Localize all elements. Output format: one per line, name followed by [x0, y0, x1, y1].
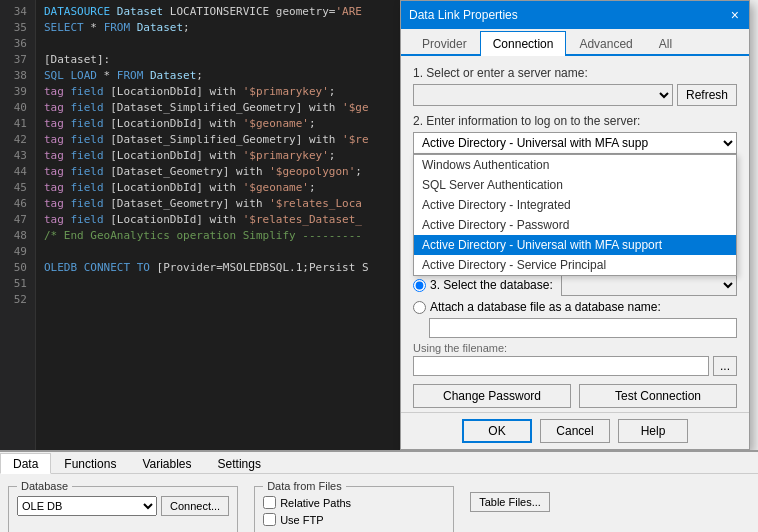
- dialog-footer: OK Cancel Help: [401, 412, 749, 449]
- attach-db-name-input[interactable]: [429, 318, 737, 338]
- relative-paths-row: Relative Paths: [263, 496, 445, 509]
- file-buttons: Table Files...: [470, 480, 550, 532]
- bottom-tabs: Data Functions Variables Settings: [0, 452, 758, 474]
- change-password-button[interactable]: Change Password: [413, 384, 571, 408]
- data-files-group-label: Data from Files: [263, 480, 346, 492]
- auth-item-password[interactable]: Active Directory - Password: [414, 215, 736, 235]
- bottom-panel: Data Functions Variables Settings Databa…: [0, 450, 758, 532]
- database-group-label: Database: [17, 480, 72, 492]
- using-filename-label: Using the filename:: [413, 342, 737, 354]
- code-content: DATASOURCE Dataset LOCATIONSERVICE geome…: [36, 0, 377, 450]
- database-group: Database OLE DB Connect...: [8, 480, 238, 532]
- database-select[interactable]: [561, 274, 737, 296]
- bottom-content: Database OLE DB Connect... Data from Fil…: [0, 474, 758, 532]
- attach-db-label: Attach a database file as a database nam…: [430, 300, 661, 314]
- test-connection-button[interactable]: Test Connection: [579, 384, 737, 408]
- table-files-button[interactable]: Table Files...: [470, 492, 550, 512]
- data-files-options: Relative Paths Use FTP: [263, 496, 445, 526]
- dialog-tabs: Provider Connection Advanced All: [401, 29, 749, 56]
- use-ftp-check[interactable]: [263, 513, 276, 526]
- auth-select[interactable]: Active Directory - Universal with MFA su…: [413, 132, 737, 154]
- auth-dropdown-list: Windows Authentication SQL Server Authen…: [413, 154, 737, 276]
- tab-provider[interactable]: Provider: [409, 31, 480, 56]
- server-name-select[interactable]: [413, 84, 673, 106]
- relative-paths-label: Relative Paths: [280, 497, 351, 509]
- auth-item-windows[interactable]: Windows Authentication: [414, 155, 736, 175]
- tab-functions[interactable]: Functions: [51, 453, 129, 474]
- connect-button[interactable]: Connect...: [161, 496, 229, 516]
- select-db-radio[interactable]: [413, 279, 426, 292]
- auth-item-service-principal[interactable]: Active Directory - Service Principal: [414, 255, 736, 275]
- dialog-actions: Change Password Test Connection: [413, 380, 737, 408]
- filename-input[interactable]: [413, 356, 709, 376]
- section3-label: 3. Select the database:: [430, 278, 553, 292]
- tab-advanced[interactable]: Advanced: [566, 31, 645, 56]
- tab-connection[interactable]: Connection: [480, 31, 567, 56]
- browse-button[interactable]: ...: [713, 356, 737, 376]
- ok-button[interactable]: OK: [462, 419, 532, 443]
- select-database-row: 3. Select the database:: [413, 274, 737, 296]
- db-select-row: OLE DB Connect...: [17, 496, 229, 516]
- auth-item-integrated[interactable]: Active Directory - Integrated: [414, 195, 736, 215]
- filename-row: ...: [413, 356, 737, 376]
- relative-paths-check[interactable]: [263, 496, 276, 509]
- auth-item-sql[interactable]: SQL Server Authentication: [414, 175, 736, 195]
- dialog-titlebar: Data Link Properties ×: [401, 1, 749, 29]
- section1-label: 1. Select or enter a server name:: [413, 66, 737, 80]
- dialog-body: 1. Select or enter a server name: Refres…: [401, 56, 749, 418]
- attach-db-radio[interactable]: [413, 301, 426, 314]
- attach-db-row: Attach a database file as a database nam…: [413, 300, 737, 314]
- tab-settings[interactable]: Settings: [205, 453, 274, 474]
- dialog-title: Data Link Properties: [409, 8, 518, 22]
- cancel-button[interactable]: Cancel: [540, 419, 610, 443]
- use-ftp-row: Use FTP: [263, 513, 445, 526]
- tab-variables[interactable]: Variables: [129, 453, 204, 474]
- help-button[interactable]: Help: [618, 419, 688, 443]
- dialog-close-button[interactable]: ×: [729, 7, 741, 23]
- code-editor: 34 35 36 37 38 39 40 41 42 43 44 45 46 4…: [0, 0, 400, 450]
- line-numbers: 34 35 36 37 38 39 40 41 42 43 44 45 46 4…: [0, 0, 36, 450]
- data-files-group: Data from Files Relative Paths Use FTP: [254, 480, 454, 532]
- tab-data[interactable]: Data: [0, 453, 51, 474]
- data-link-dialog: Data Link Properties × Provider Connecti…: [400, 0, 750, 450]
- auth-item-mfa[interactable]: Active Directory - Universal with MFA su…: [414, 235, 736, 255]
- auth-dropdown: Active Directory - Universal with MFA su…: [413, 132, 737, 154]
- tab-all[interactable]: All: [646, 31, 685, 56]
- section2-label: 2. Enter information to log on to the se…: [413, 114, 737, 128]
- refresh-button[interactable]: Refresh: [677, 84, 737, 106]
- db-type-select[interactable]: OLE DB: [17, 496, 157, 516]
- use-ftp-label: Use FTP: [280, 514, 323, 526]
